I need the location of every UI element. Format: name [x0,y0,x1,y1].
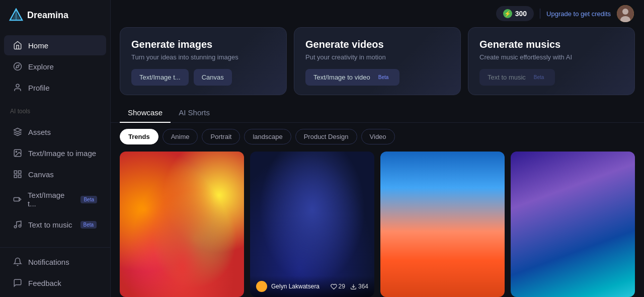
main-nav: Home Explore Profile [0,30,110,103]
nav-text-to-video-label: Text/Image t... [28,191,72,208]
ai-tools-label: AI tools [0,103,110,117]
svg-point-16 [19,225,21,228]
filter-product-design[interactable]: Product Design [295,129,357,144]
svg-marker-14 [19,198,21,201]
text-image-btn[interactable]: Text/Image t... [131,69,189,86]
user-avatar[interactable] [617,5,634,22]
top-header: ⚡ 300 Upgrade to get credits [111,0,644,27]
logo-area[interactable]: Dreamina [0,0,110,30]
gallery-item-4[interactable] [511,152,635,297]
sidebar: Dreamina Home Explore Profile AI tools [0,0,111,297]
svg-point-3 [14,63,22,70]
downloads-stat: 364 [350,283,368,290]
svg-point-5 [16,84,19,87]
user-icon [13,83,22,92]
filter-landscape[interactable]: landscape [244,129,291,144]
nav-item-canvas[interactable]: Canvas [4,164,106,184]
message-icon [13,278,22,287]
svg-rect-12 [14,175,17,178]
video-icon [13,195,22,204]
svg-marker-4 [16,65,19,68]
filter-video[interactable]: Video [361,129,395,144]
avatar-image [617,5,634,22]
card-images-subtitle: Turn your ideas into stunning images [131,53,275,61]
generate-videos-card: Generate videos Put your creativity in m… [294,27,461,95]
layers-icon [13,127,22,136]
upgrade-link[interactable]: Upgrade to get credits [546,10,611,18]
svg-marker-6 [14,128,22,132]
generate-musics-card: Generate musics Create music effortlessl… [468,27,635,95]
gallery-image-1 [120,152,244,297]
text-image-to-video-btn[interactable]: Text/Image to video Beta [305,69,399,86]
likes-count: 29 [339,283,345,290]
nav-assets-label: Assets [28,128,51,136]
sidebar-bottom: Notifications Feedback [0,247,110,297]
nav-item-text-image-to-image[interactable]: Text/Image to image [4,143,106,163]
gallery-overlay-2: Gelyn Lakwatsera 29 364 [250,276,374,297]
tab-ai-shorts[interactable]: AI Shorts [171,103,218,123]
gallery-image-4 [511,152,635,297]
card-musics-buttons: Text to music Beta [479,69,623,86]
nav-home-label: Home [28,41,48,50]
logo-icon [9,8,23,22]
credits-value: 300 [515,10,527,18]
filter-row: Trends Anime Portrait landscape Product … [111,129,644,144]
nav-text-image-label: Text/Image to image [28,149,96,158]
beta-badge-music: Beta [80,221,97,229]
music-beta-badge: Beta [531,73,547,81]
compass-icon [13,62,22,71]
gallery-image-3 [380,152,505,297]
ai-tools-nav: Assets Text/Image to image Canvas Text/I… [0,117,110,240]
author-avatar-2 [256,281,267,292]
gallery-image-2 [250,152,374,297]
svg-point-18 [622,9,628,15]
nav-canvas-label: Canvas [28,170,54,179]
svg-rect-9 [14,171,17,173]
credits-icon: ⚡ [503,9,512,18]
filter-trends[interactable]: Trends [120,129,158,144]
text-to-music-btn[interactable]: Text to music Beta [479,69,555,86]
heart-icon [331,283,337,290]
nav-item-feedback[interactable]: Feedback [4,273,106,293]
gallery-item-3[interactable] [380,152,505,297]
nav-item-notifications[interactable]: Notifications [4,252,106,272]
image-icon [13,148,22,158]
card-videos-buttons: Text/Image to video Beta [305,69,449,86]
svg-rect-13 [14,197,19,201]
nav-notifications-label: Notifications [28,258,69,266]
nav-explore-label: Explore [28,62,54,71]
bell-icon [13,257,22,266]
text-to-music-label: Text to music [488,73,526,81]
download-icon [350,283,357,290]
app-name: Dreamina [27,10,68,21]
card-musics-title: Generate musics [479,39,623,50]
canvas-btn[interactable]: Canvas [194,69,232,86]
beta-badge-video: Beta [80,196,97,203]
filter-anime[interactable]: Anime [163,129,198,144]
cards-area: Generate images Turn your ideas into stu… [111,27,644,103]
nav-item-text-to-music[interactable]: Text to music Beta [4,214,106,235]
gallery-stats-2: 29 364 [331,283,368,290]
gallery-item-2[interactable]: Gelyn Lakwatsera 29 364 [250,152,374,297]
nav-item-text-image-to-video[interactable]: Text/Image t... Beta [4,185,106,213]
nav-text-to-music-label: Text to music [28,220,72,229]
nav-profile-label: Profile [28,84,50,92]
nav-item-home[interactable]: Home [4,35,106,55]
tabs-row: Showcase AI Shorts [111,103,644,123]
tab-showcase[interactable]: Showcase [120,103,171,123]
author-name-2: Gelyn Lakwatsera [271,283,327,290]
nav-item-profile[interactable]: Profile [4,78,106,98]
card-videos-subtitle: Put your creativity in motion [305,53,449,61]
gallery-item-1[interactable] [120,152,244,297]
header-separator [540,9,540,19]
nav-item-assets[interactable]: Assets [4,122,106,142]
filter-portrait[interactable]: Portrait [202,129,240,144]
svg-point-15 [14,226,17,228]
card-images-title: Generate images [131,39,275,50]
credits-pill[interactable]: ⚡ 300 [496,6,534,21]
text-image-to-video-label: Text/Image to video [313,73,370,81]
likes-stat: 29 [331,283,345,290]
nav-item-explore[interactable]: Explore [4,56,106,77]
card-videos-title: Generate videos [305,39,449,50]
downloads-count: 364 [358,283,368,290]
